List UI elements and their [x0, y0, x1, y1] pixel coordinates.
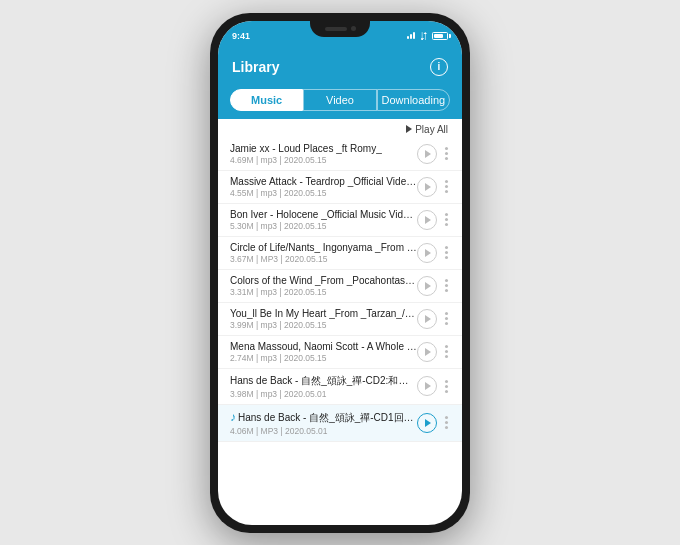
- dot-2: [445, 185, 448, 188]
- dot-1: [445, 345, 448, 348]
- dot-1: [445, 279, 448, 282]
- song-item: Jamie xx - Loud Places _ft Romy_ 4.69M |…: [218, 138, 462, 171]
- dot-1: [445, 312, 448, 315]
- song-info: ♪Hans de Back - 自然_頌詠_禪-CD1回春之... 4.06M …: [230, 410, 417, 436]
- play-button[interactable]: [417, 309, 437, 329]
- dot-1: [445, 213, 448, 216]
- song-title: Bon Iver - Holocene _Official Music Vide…: [230, 209, 417, 220]
- dot-3: [445, 355, 448, 358]
- song-meta: 2.74M | mp3 | 2020.05.15: [230, 353, 417, 363]
- tab-video[interactable]: Video: [303, 89, 376, 111]
- dot-1: [445, 246, 448, 249]
- status-time: 9:41: [232, 31, 250, 41]
- more-button[interactable]: [443, 211, 450, 228]
- wifi-icon: [407, 32, 415, 39]
- dot-3: [445, 256, 448, 259]
- song-title: Circle of Life/Nants_ Ingonyama _From _T…: [230, 242, 417, 253]
- play-button[interactable]: [417, 276, 437, 296]
- more-button[interactable]: [443, 145, 450, 162]
- more-button[interactable]: [443, 178, 450, 195]
- song-item: Circle of Life/Nants_ Ingonyama _From _T…: [218, 237, 462, 270]
- info-button[interactable]: i: [430, 58, 448, 76]
- song-meta: 4.06M | MP3 | 2020.05.01: [230, 426, 417, 436]
- header-title: Library: [232, 59, 279, 75]
- song-controls: [417, 413, 450, 433]
- dot-3: [445, 190, 448, 193]
- play-button[interactable]: [417, 177, 437, 197]
- song-item: You_ll Be In My Heart _From _Tarzan_/Sou…: [218, 303, 462, 336]
- song-title: Massive Attack - Teardrop _Official Vide…: [230, 176, 417, 187]
- header-bar: Library i: [218, 51, 462, 83]
- play-icon: [425, 183, 431, 191]
- dot-2: [445, 421, 448, 424]
- status-bar: 9:41 ⮃: [218, 21, 462, 51]
- play-all-row: Play All: [218, 119, 462, 138]
- song-info: Colors of the Wind _From _Pocahontas_ / …: [230, 275, 417, 297]
- play-icon: [425, 282, 431, 290]
- song-item: Bon Iver - Holocene _Official Music Vide…: [218, 204, 462, 237]
- song-title: Colors of the Wind _From _Pocahontas_ / …: [230, 275, 417, 286]
- song-info: Hans de Back - 自然_頌詠_禪-CD2:和諧之夜 -... 3.9…: [230, 374, 417, 399]
- song-title: Hans de Back - 自然_頌詠_禪-CD2:和諧之夜 -...: [230, 374, 417, 388]
- play-all-button[interactable]: Play All: [406, 124, 448, 135]
- song-meta: 3.31M | mp3 | 2020.05.15: [230, 287, 417, 297]
- song-meta: 4.55M | mp3 | 2020.05.15: [230, 188, 417, 198]
- more-button[interactable]: [443, 414, 450, 431]
- song-meta: 5.30M | mp3 | 2020.05.15: [230, 221, 417, 231]
- phone-frame: 9:41 ⮃ Library i: [210, 13, 470, 533]
- more-button[interactable]: [443, 343, 450, 360]
- play-icon: [425, 249, 431, 257]
- play-button[interactable]: [417, 210, 437, 230]
- tab-music[interactable]: Music: [230, 89, 303, 111]
- song-item: Massive Attack - Teardrop _Official Vide…: [218, 171, 462, 204]
- song-controls: [417, 276, 450, 296]
- dot-3: [445, 289, 448, 292]
- play-icon: [425, 216, 431, 224]
- tabs-bar: Music Video Downloading: [218, 83, 462, 119]
- dot-3: [445, 322, 448, 325]
- song-item: ♪Hans de Back - 自然_頌詠_禪-CD1回春之... 4.06M …: [218, 405, 462, 442]
- play-button[interactable]: [417, 342, 437, 362]
- play-icon: [425, 382, 431, 390]
- play-button[interactable]: [417, 144, 437, 164]
- dot-1: [445, 180, 448, 183]
- dot-3: [445, 426, 448, 429]
- dot-2: [445, 317, 448, 320]
- song-title: Jamie xx - Loud Places _ft Romy_: [230, 143, 417, 154]
- song-item: Mena Massoud, Naomi Scott - A Whole New …: [218, 336, 462, 369]
- dot-3: [445, 390, 448, 393]
- play-button[interactable]: [417, 376, 437, 396]
- dot-1: [445, 147, 448, 150]
- song-controls: [417, 309, 450, 329]
- song-controls: [417, 243, 450, 263]
- battery-fill: [434, 34, 443, 38]
- play-icon: [425, 315, 431, 323]
- play-icon: [425, 419, 431, 427]
- song-info: You_ll Be In My Heart _From _Tarzan_/Sou…: [230, 308, 417, 330]
- song-title: You_ll Be In My Heart _From _Tarzan_/Sou…: [230, 308, 417, 319]
- play-button[interactable]: [417, 413, 437, 433]
- more-button[interactable]: [443, 277, 450, 294]
- more-button[interactable]: [443, 310, 450, 327]
- notch: [310, 21, 370, 37]
- song-meta: 4.69M | mp3 | 2020.05.15: [230, 155, 417, 165]
- dot-1: [445, 380, 448, 383]
- dot-2: [445, 152, 448, 155]
- tab-downloading[interactable]: Downloading: [377, 89, 450, 111]
- song-info: Bon Iver - Holocene _Official Music Vide…: [230, 209, 417, 231]
- more-button[interactable]: [443, 244, 450, 261]
- song-title: Mena Massoud, Naomi Scott - A Whole New …: [230, 341, 417, 352]
- song-meta: 3.98M | mp3 | 2020.05.01: [230, 389, 417, 399]
- song-info: Mena Massoud, Naomi Scott - A Whole New …: [230, 341, 417, 363]
- more-button[interactable]: [443, 378, 450, 395]
- song-info: Massive Attack - Teardrop _Official Vide…: [230, 176, 417, 198]
- play-button[interactable]: [417, 243, 437, 263]
- play-icon: [425, 150, 431, 158]
- dot-3: [445, 157, 448, 160]
- speaker-icon: ♪: [230, 410, 236, 424]
- song-title: ♪Hans de Back - 自然_頌詠_禪-CD1回春之...: [230, 410, 417, 425]
- play-all-icon: [406, 125, 412, 133]
- play-all-label: Play All: [415, 124, 448, 135]
- dot-2: [445, 350, 448, 353]
- battery-icon: [432, 32, 448, 40]
